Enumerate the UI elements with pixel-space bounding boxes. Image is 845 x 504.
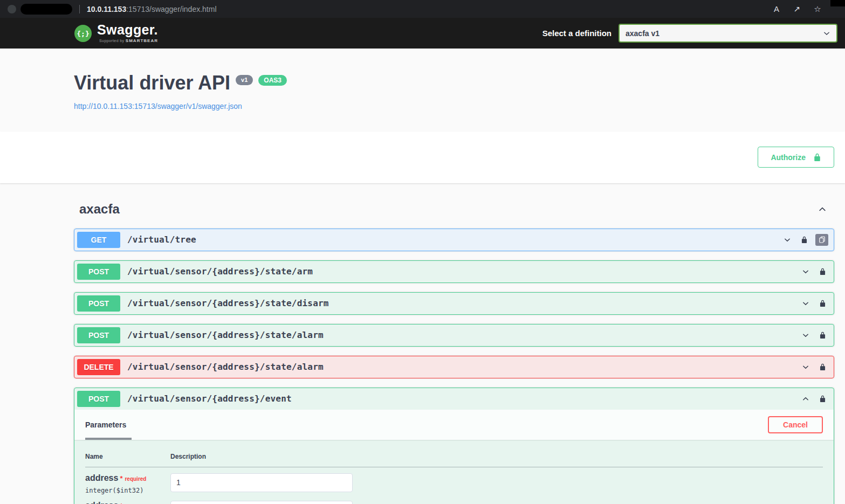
extension-icon[interactable] (8, 5, 16, 13)
operation-controls (800, 329, 828, 341)
selected-definition: axacfa v1 (626, 29, 659, 38)
parameters-header-row: Name Description (85, 448, 823, 467)
required-marker: * (120, 474, 122, 482)
parameters-table-container: Name Description address*required intege… (74, 440, 834, 504)
supported-by-label: Supported by (99, 39, 124, 43)
parameter-value-input[interactable] (170, 501, 353, 504)
chevron-down-icon (802, 332, 809, 339)
authorization-button[interactable] (817, 297, 828, 309)
lock-icon (819, 363, 826, 371)
operation-controls (800, 392, 828, 405)
required-label: required (125, 476, 146, 482)
cancel-button[interactable]: Cancel (768, 416, 823, 433)
api-title-text: Virtual driver API (74, 72, 230, 94)
expand-operation-button[interactable] (800, 329, 812, 341)
expand-operation-button[interactable] (800, 266, 812, 278)
share-icon[interactable]: ↗ (792, 4, 802, 14)
url-host: 10.0.11.153 (87, 5, 126, 13)
operation-path: /virtual/tree (127, 234, 781, 245)
tag-section-header[interactable]: axacfa (74, 196, 834, 222)
chevron-down-icon (802, 268, 809, 275)
redacted-corner (830, 0, 845, 6)
tag-name: axacfa (79, 202, 120, 217)
operation-summary[interactable]: POST /virtual/sensor/{address}/state/dis… (74, 293, 834, 314)
parameters-section-header: Parameters Cancel (74, 410, 834, 440)
authorization-button[interactable] (817, 392, 828, 405)
supported-by-text: Supported by SMARTBEAR (99, 38, 158, 43)
chevron-down-icon (802, 363, 809, 371)
parameter-name-text: address (85, 501, 118, 504)
parameter-name: address*required (85, 501, 170, 504)
operation-path: /virtual/sensor/{address}/state/disarm (127, 298, 800, 308)
authorization-button[interactable] (817, 361, 828, 373)
swagger-logo-icon: {;} (74, 24, 92, 43)
authorization-button[interactable] (799, 233, 810, 246)
parameter-row: address*required integer($int32) (85, 495, 823, 504)
chevron-up-icon (802, 395, 809, 403)
address-bar-divider (79, 5, 80, 13)
clipboard-icon (819, 236, 825, 243)
parameters-title: Parameters (85, 420, 126, 429)
parameter-name-text: address (85, 473, 118, 482)
operation-summary[interactable]: GET /virtual/tree (74, 229, 834, 251)
operation-post-state-disarm: POST /virtual/sensor/{address}/state/dis… (74, 292, 834, 315)
authorization-button[interactable] (817, 329, 828, 341)
parameter-value-input[interactable] (170, 473, 353, 492)
operation-post-state-arm: POST /virtual/sensor/{address}/state/arm (74, 260, 834, 283)
definition-select[interactable]: axacfa v1 (619, 24, 837, 43)
name-column-header: Name (85, 448, 170, 467)
swagger-brand: {;} Swagger. Supported by SMARTBEAR (74, 23, 158, 43)
scheme-container: Authorize (0, 132, 845, 183)
operation-summary[interactable]: POST /virtual/sensor/{address}/event (74, 388, 834, 410)
chevron-up-icon (818, 205, 827, 213)
expand-operation-button[interactable] (781, 234, 793, 246)
method-badge: POST (77, 295, 120, 312)
lock-icon (819, 299, 826, 307)
expand-operation-button[interactable] (800, 298, 812, 309)
expand-operation-button[interactable] (800, 361, 812, 373)
operation-path: /virtual/sensor/{address}/event (127, 393, 800, 404)
page-title: Virtual driver API v1 OAS3 (74, 72, 771, 94)
address-bar[interactable]: 10.0.11.153:15713/swagger/index.html (87, 5, 772, 13)
parameters-table: Name Description address*required intege… (85, 448, 823, 504)
url-path: :15713/swagger/index.html (126, 5, 216, 13)
operations-wrapper: axacfa GET /virtual/tree (0, 196, 845, 504)
operation-controls (800, 265, 828, 278)
lock-icon (813, 153, 821, 162)
operation-controls (781, 233, 828, 246)
authorize-button[interactable]: Authorize (758, 147, 834, 168)
operation-path: /virtual/sensor/{address}/state/alarm (127, 330, 800, 340)
spec-url-link[interactable]: http://10.0.11.153:15713/swagger/v1/swag… (74, 102, 242, 111)
operation-controls (800, 297, 828, 309)
parameter-name-cell: address*required integer($int32) (85, 467, 170, 495)
authorization-button[interactable] (817, 265, 828, 278)
brand-name: Swagger. (97, 23, 158, 37)
collapse-operation-button[interactable] (800, 393, 812, 405)
operation-summary[interactable]: DELETE /virtual/sensor/{address}/state/a… (74, 356, 834, 378)
copy-path-button[interactable] (815, 234, 828, 246)
lock-icon (819, 267, 826, 275)
operation-summary[interactable]: POST /virtual/sensor/{address}/state/arm (74, 261, 834, 282)
operation-get-virtual-tree: GET /virtual/tree (74, 229, 834, 251)
version-badge: v1 (236, 75, 253, 85)
authorize-label: Authorize (771, 153, 806, 162)
lock-icon (819, 331, 826, 339)
operation-post-state-alarm: POST /virtual/sensor/{address}/state/ala… (74, 324, 834, 347)
collapse-tag-button[interactable] (816, 203, 829, 216)
favorite-star-icon[interactable]: ☆ (813, 4, 822, 14)
swagger-topbar: {;} Swagger. Supported by SMARTBEAR Sele… (0, 18, 845, 49)
parameter-description-cell (170, 467, 823, 495)
operation-summary[interactable]: POST /virtual/sensor/{address}/state/ala… (74, 325, 834, 346)
operation-controls (800, 361, 828, 373)
operation-body: Parameters Cancel Name Description (74, 410, 834, 504)
brand-text: Swagger. Supported by SMARTBEAR (97, 23, 158, 43)
method-badge: GET (77, 232, 120, 248)
parameter-name-cell: address*required integer($int32) (85, 495, 170, 504)
method-badge: DELETE (77, 359, 120, 375)
translate-icon[interactable]: A (772, 4, 781, 14)
method-badge: POST (77, 391, 120, 407)
active-tab-underline (85, 438, 132, 440)
chevron-down-icon (802, 300, 809, 307)
api-info-section: Virtual driver API v1 OAS3 http://10.0.1… (0, 49, 845, 132)
parameter-name: address*required (85, 473, 170, 483)
